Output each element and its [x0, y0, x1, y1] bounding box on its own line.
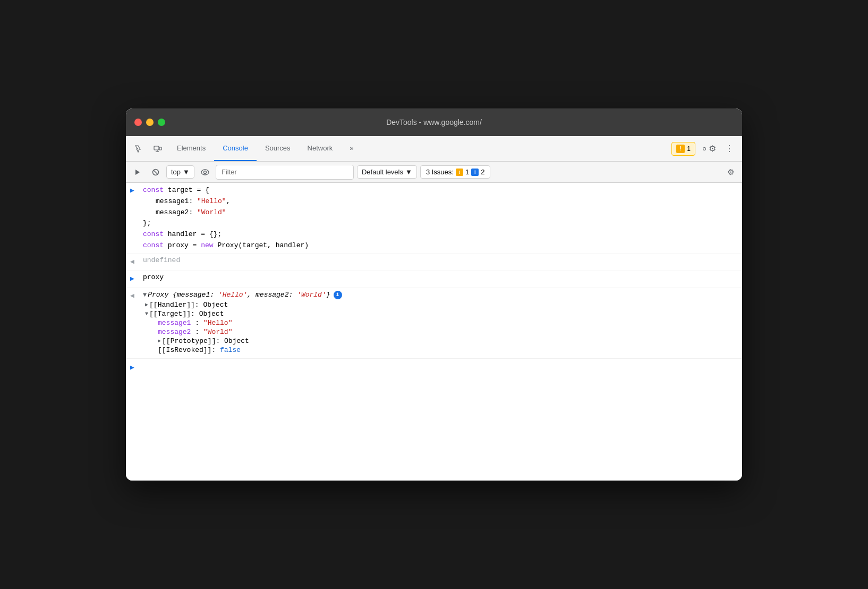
output-arrow-1: ◀	[130, 257, 141, 266]
svg-marker-4	[135, 170, 140, 175]
warning-icon: !	[676, 145, 685, 153]
levels-selector[interactable]: Default levels ▼	[357, 165, 417, 179]
issues-info-icon: i	[471, 169, 479, 176]
message2-key: message2	[158, 328, 191, 336]
tab-navigation: Elements Console Sources Network »	[168, 136, 669, 161]
console-entry-proxy-output: ◀ ▼ Proxy {message1: 'Hello', message2: …	[126, 288, 742, 359]
isrevoked-val: false	[220, 346, 241, 354]
svg-line-6	[154, 170, 158, 174]
inspect-element-button[interactable]	[130, 140, 147, 157]
traffic-lights	[134, 119, 165, 126]
settings-button[interactable]: ⚙	[700, 140, 717, 157]
more-options-button[interactable]: ⋮	[721, 140, 738, 157]
titlebar: DevTools - www.google.com/	[126, 108, 742, 136]
run-script-button[interactable]	[130, 165, 145, 180]
svg-point-7	[201, 170, 209, 175]
filter-input[interactable]	[216, 165, 354, 180]
tab-network[interactable]: Network	[299, 136, 342, 161]
prompt-arrow: ▶	[130, 363, 141, 372]
input-arrow-2[interactable]: ▶	[130, 274, 141, 283]
eye-button[interactable]	[198, 165, 212, 180]
close-button[interactable]	[134, 119, 142, 126]
prototype-label: [[Prototype]]: Object	[162, 337, 249, 345]
console-entry-input-2: ▶ proxy	[126, 271, 742, 288]
console-toolbar: top ▼ Default levels ▼ 3 Issues: ! 1 i 2…	[126, 162, 742, 183]
proxy-collapse-arrow[interactable]: ▼	[143, 291, 147, 299]
context-selector[interactable]: top ▼	[166, 165, 194, 179]
console-entry-output-1: ◀ undefined	[126, 254, 742, 271]
console-prompt-line: ▶	[126, 359, 742, 376]
proxy-input-text: proxy	[143, 273, 164, 281]
console-settings-button[interactable]: ⚙	[723, 165, 738, 180]
issues-badge[interactable]: ! 1	[671, 142, 695, 156]
maximize-button[interactable]	[158, 119, 165, 126]
main-toolbar: Elements Console Sources Network » ! 1	[126, 136, 742, 162]
svg-rect-0	[154, 146, 159, 150]
minimize-button[interactable]	[146, 119, 154, 126]
devtools-window: DevTools - www.google.com/ Elements Cons…	[126, 108, 742, 481]
tab-console[interactable]: Console	[214, 136, 257, 161]
toolbar-right: ! 1 ⚙ ⋮	[671, 140, 738, 157]
svg-rect-1	[159, 147, 161, 150]
target-expand-arrow[interactable]: ▼	[145, 311, 148, 317]
code-block-1: const target = { message1: "Hello", mess…	[143, 185, 738, 251]
svg-point-8	[203, 171, 206, 173]
window-title: DevTools - www.google.com/	[386, 118, 482, 127]
device-toggle-button[interactable]	[149, 140, 166, 157]
clear-console-button[interactable]	[148, 165, 163, 180]
undefined-output: undefined	[143, 256, 180, 264]
message1-key: message1	[158, 319, 191, 327]
tab-more[interactable]: »	[341, 136, 362, 161]
console-entry-input-1: ▶ const target = { message1: "Hello", me…	[126, 183, 742, 254]
issues-warn-icon: !	[456, 169, 463, 176]
message2-val: "World"	[203, 328, 233, 336]
proxy-info-icon[interactable]: i	[334, 291, 342, 299]
issues-pill[interactable]: 3 Issues: ! 1 i 2	[420, 165, 491, 179]
message1-val: "Hello"	[203, 319, 233, 327]
console-output: ▶ const target = { message1: "Hello", me…	[126, 183, 742, 481]
output-arrow-2: ◀	[130, 291, 141, 300]
prototype-expand-arrow[interactable]: ▶	[158, 338, 161, 344]
tab-elements[interactable]: Elements	[168, 136, 214, 161]
tab-sources[interactable]: Sources	[257, 136, 299, 161]
handler-expand-arrow[interactable]: ▶	[145, 301, 148, 308]
target-label: [[Target]]: Object	[149, 310, 224, 318]
handler-label: [[Handler]]: Object	[149, 301, 228, 309]
proxy-header: Proxy {message1: 'Hello', message2: 'Wor…	[148, 291, 342, 299]
input-arrow-1[interactable]: ▶	[130, 186, 141, 195]
isrevoked-label: [[IsRevoked]]:	[158, 346, 220, 354]
